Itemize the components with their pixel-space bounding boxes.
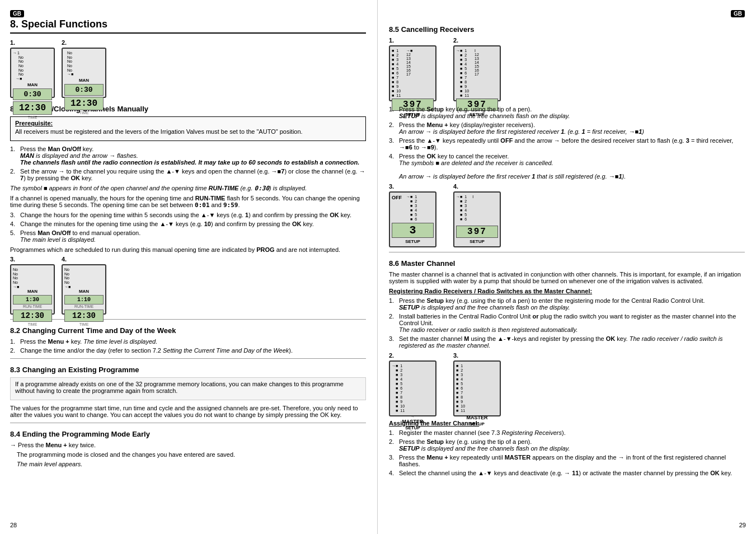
right-device-2: 2. →■■■■ ■■■■ ■■■ 1234 5678 91011 — [453, 37, 501, 101]
step-8-5-1: 1. Press the Setup key (e.g. using the t… — [389, 106, 745, 119]
section-8-6-heading: 8.6 Master Channel — [389, 259, 745, 268]
section-8-5: 8.5 Cancelling Receivers 1. ■■■■ ■■■■ ■■… — [389, 25, 745, 180]
right-device-4: 4. →■■■■ ■■ 1234 56 I 397 SETUP — [453, 183, 501, 247]
section-8-2-heading: 8.2 Changing Current Time and Day of the… — [10, 326, 366, 335]
page-heading: 8. Special Functions — [10, 18, 366, 34]
device-3: 3. NoNoNoNo→■ MAN 1:30 RUN-TIME 12:30 TI… — [10, 256, 55, 315]
page-left: GB 8. Special Functions 1. →1 NoNoNoNoNo… — [0, 0, 378, 534]
step-8-5-2: 2. Press the Menu + key (display/registe… — [389, 121, 745, 135]
steps-8-5: 1. Press the Setup key (e.g. using the t… — [389, 106, 745, 180]
step-reg-1: 1. Press the Setup key (e.g. using the t… — [389, 297, 745, 311]
step-4: 4. Change the minutes for the opening ti… — [10, 221, 366, 227]
device-2: 2. NoNoNoNoNo→■ MAN 0:30 12:30 TIME — [62, 39, 106, 98]
section-8-4: 8.4 Ending the Programming Mode Early → … — [10, 430, 366, 467]
section-8-2: 8.2 Changing Current Time and Day of the… — [10, 326, 366, 354]
steps-1-2: 1. Press the Man On/Off key. MAN is disp… — [10, 146, 366, 181]
step-8-5-3: 3. Press the ▲-▼ keys repeatedly until O… — [389, 137, 745, 151]
prerequisite-box: Prerequisite: All receivers must be regi… — [10, 116, 366, 141]
step-reg-3: 3. Set the master channel M using the ▲-… — [389, 335, 745, 349]
step-assign-4: 4. Select the channel using the ▲-▼ keys… — [389, 470, 745, 476]
right-device-bottom-2: 2. →■■■■ ■■■■ ■■■ 1234 5678 91011 — [389, 352, 436, 416]
right-devices-middle: 3. OFF →■■■■ ■■ 1234 56 3 SETUP — [389, 183, 745, 247]
right-device-1: 1. ■■■■ ■■■■ ■■■ 1234 5678 91011 — [389, 37, 436, 101]
page-number-left: 28 — [10, 522, 17, 528]
gb-badge-left: GB — [10, 10, 366, 18]
info-box-8-3: If a programme already exists on one of … — [10, 377, 366, 400]
step-1: 1. Press the Man On/Off key. MAN is disp… — [10, 146, 366, 166]
steps-3-5: 3. Change the hours for the opening time… — [10, 212, 366, 243]
step-assign-2: 2. Press the Setup key (e.g. using the t… — [389, 438, 745, 452]
section-8-5-heading: 8.5 Cancelling Receivers — [389, 25, 745, 34]
gb-badge-right: GB — [731, 10, 745, 17]
page-right: GB 8.5 Cancelling Receivers 1. ■■■■ ■■■■… — [378, 0, 756, 534]
step-3: 3. Change the hours for the opening time… — [10, 212, 366, 218]
sub-assigning: Assigning the Master Channel: 1. Registe… — [389, 420, 745, 476]
step-8-2-1: 1. Press the Menu + key. The time level … — [10, 338, 366, 345]
step-8-5-4: 4. Press the OK key to cancel the receiv… — [389, 153, 745, 180]
section-8-1-heading: 8.1 Opening/Closing Channels Manually — [10, 105, 366, 113]
step-assign-1: 1. Register the master channel (see 7.3 … — [389, 429, 745, 436]
step-2: 2. Set the arrow → to the channel you re… — [10, 168, 366, 181]
page-number-right: 29 — [739, 522, 746, 528]
step-assign-3: 3. Press the Menu + key repeatedly until… — [389, 454, 745, 467]
step-5: 5. Press Man On/Off to end manual operat… — [10, 229, 366, 243]
step-reg-2: 2. Install batteries in the Central Radi… — [389, 313, 745, 333]
right-device-3: 3. OFF →■■■■ ■■ 1234 56 3 SETUP — [389, 183, 436, 247]
section-8-1: 8.1 Opening/Closing Channels Manually Pr… — [10, 105, 366, 253]
right-devices-bottom: 2. →■■■■ ■■■■ ■■■ 1234 5678 91011 — [389, 352, 745, 416]
section-8-3-heading: 8.3 Changing an Existing Programme — [10, 366, 366, 374]
section-8-6: 8.6 Master Channel The master channel is… — [389, 259, 745, 476]
section-8-4-heading: 8.4 Ending the Programming Mode Early — [10, 430, 366, 438]
sub-registering: Registering Radio Receivers / Radio Swit… — [389, 288, 745, 349]
devices-row-1: 1. →1 NoNoNoNoNo →■ MAN 0:30 12:30 TIME … — [10, 39, 366, 98]
device-1: 1. →1 NoNoNoNoNo →■ MAN 0:30 12:30 TIME — [10, 39, 55, 98]
step-8-2-2: 2. Change the time and/or the day (refer… — [10, 347, 366, 354]
devices-row-2: 3. NoNoNoNo→■ MAN 1:30 RUN-TIME 12:30 TI… — [10, 256, 366, 315]
section-8-3: 8.3 Changing an Existing Programme If a … — [10, 366, 366, 418]
right-device-bottom-3: 3. ■■■■ ■■■■ ■■■ 1234 5678 91011 — [453, 352, 501, 416]
device-4: 4. NoNoNoNo→■ MAN 1:10 RUN-TIME 12:30 TI… — [62, 256, 106, 315]
right-devices-top: 1. ■■■■ ■■■■ ■■■ 1234 5678 91011 — [389, 37, 745, 101]
